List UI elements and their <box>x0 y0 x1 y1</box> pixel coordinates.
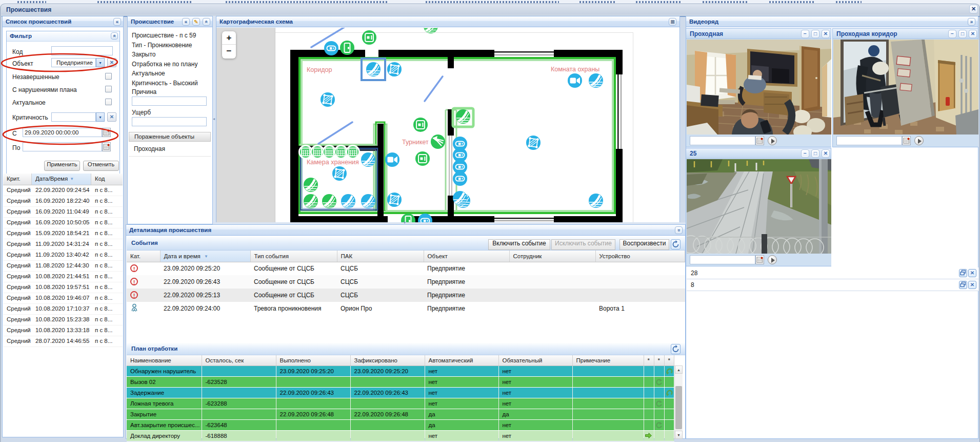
close-icon[interactable]: ✕ <box>969 5 978 13</box>
plan-row[interactable]: Авт.закрытие происшес...-623648данет <box>127 419 674 430</box>
map-device-zone-icon[interactable] <box>321 92 335 107</box>
scroll-thumb[interactable] <box>675 386 682 429</box>
events-col-header[interactable]: Сотрудник <box>509 251 595 262</box>
from-calendar-icon[interactable] <box>102 128 111 137</box>
plan-col-header[interactable]: Автоматический <box>425 355 498 366</box>
criticality-input[interactable] <box>51 112 96 122</box>
collapse-left-icon[interactable]: « <box>113 18 121 26</box>
plan-violation-checkbox[interactable] <box>105 86 112 92</box>
map-device-zone-icon[interactable] <box>332 166 347 181</box>
to-calendar-icon[interactable] <box>102 142 111 151</box>
camera2-play-icon[interactable] <box>914 136 924 145</box>
zoom-out-button[interactable]: − <box>222 45 236 58</box>
object-dropdown-icon[interactable]: ▼ <box>96 58 105 67</box>
plan-scrollbar[interactable]: ▲ ▼ <box>674 366 683 439</box>
map-device-keypad-icon[interactable] <box>335 146 348 159</box>
map-window-icon[interactable]: ▦ <box>669 18 676 26</box>
map-device-zone-icon[interactable] <box>526 136 541 150</box>
incident-row[interactable]: Средний10.08.2020 21:44:51п с 8... <box>3 272 123 282</box>
incident-row[interactable]: Средний10.08.2020 13:33:18п с 8... <box>3 325 123 336</box>
incident-row[interactable]: Средний10.08.2020 19:57:51п с 8... <box>3 282 123 293</box>
refresh-events-icon[interactable] <box>671 239 681 249</box>
incident-row[interactable]: Средний22.09.2020 09:24:54п с 8... <box>3 185 123 196</box>
camera2-video[interactable] <box>833 40 978 134</box>
map-device-toggle-icon[interactable] <box>324 41 338 55</box>
close-camera-icon[interactable]: ✕ <box>968 281 976 289</box>
map-device-striped-icon[interactable] <box>304 194 318 208</box>
plan-col-header[interactable]: Обязательный <box>498 355 572 366</box>
map-device-door-icon[interactable] <box>340 41 354 55</box>
collapse-up-icon[interactable]: « <box>203 18 210 26</box>
camera1-minimize-icon[interactable]: − <box>801 30 809 38</box>
collapsed-camera-row[interactable]: 8 ✕ <box>687 279 978 291</box>
col-code[interactable]: Код <box>91 174 123 185</box>
map-device-striped-icon[interactable] <box>589 194 603 208</box>
events-col-header[interactable]: Устройство <box>595 251 685 262</box>
plan-col-header[interactable]: Осталось, сек <box>202 355 276 366</box>
map-device-keypad-icon[interactable] <box>311 146 324 159</box>
incident-row[interactable]: Средний10.08.2020 17:10:37п с 8... <box>3 304 123 315</box>
plan-col-header[interactable]: Выполнено <box>276 355 350 366</box>
camera1-play-icon[interactable] <box>768 136 777 145</box>
map-device-reader-icon[interactable] <box>413 118 428 132</box>
plan-row[interactable]: Вызов 02-623528нетнет <box>127 376 674 387</box>
map-device-striped-icon[interactable] <box>341 194 355 208</box>
map-device-toggle-icon[interactable] <box>453 171 467 186</box>
event-row[interactable]: ! 22.09.2020 09:25:13 Сообщение от СЦСБ … <box>127 289 685 302</box>
map-device-keypad-icon[interactable] <box>323 146 336 159</box>
camera2-calendar-icon[interactable] <box>902 136 911 145</box>
scroll-up-icon[interactable]: ▲ <box>675 366 683 374</box>
map-device-turnstile-icon[interactable] <box>431 134 445 149</box>
events-col-header[interactable]: ПАК <box>337 251 424 262</box>
edit-icon[interactable]: ✎ <box>192 18 200 26</box>
plan-col-header[interactable]: * <box>664 355 674 366</box>
unfinished-checkbox[interactable] <box>105 73 112 80</box>
map-device-camera-icon[interactable] <box>568 73 582 88</box>
incident-row[interactable]: Средний11.09.2020 13:40:42п с 8... <box>3 250 123 261</box>
map-device-striped-icon[interactable] <box>304 178 318 192</box>
close-camera-icon[interactable]: ✕ <box>968 269 976 277</box>
expand-right-icon[interactable]: » <box>968 18 975 26</box>
plan-row[interactable]: Закрытие22.09.2020 09:26:4822.09.2020 09… <box>127 409 674 419</box>
criticality-clear-icon[interactable]: ✕ <box>107 112 116 122</box>
incident-row[interactable]: Средний15.09.2020 18:54:21п с 8... <box>3 228 123 239</box>
camera2-close-icon[interactable]: ✕ <box>969 30 977 38</box>
event-row[interactable]: ! 23.09.2020 09:25:20 Сообщение от СЦСБ … <box>127 262 685 275</box>
camera3-minimize-icon[interactable]: − <box>801 149 809 158</box>
plan-col-header[interactable]: * <box>654 355 664 366</box>
map-device-reader-icon[interactable] <box>415 151 430 166</box>
incident-row[interactable]: Средний10.08.2020 19:46:07п с 8... <box>3 293 123 304</box>
map-device-camera-icon[interactable] <box>385 152 399 167</box>
map-device-zone-icon[interactable] <box>387 193 402 207</box>
map-device-zone-icon[interactable] <box>387 62 402 76</box>
plan-row[interactable]: Задержание22.09.2020 09:26:4322.09.2020 … <box>127 387 674 398</box>
collapsed-camera-row[interactable]: 28 ✕ <box>687 267 978 279</box>
include-event-button[interactable]: Включить событие <box>488 239 550 250</box>
collapse-filter-icon[interactable]: « <box>111 32 118 40</box>
camera1-calendar-icon[interactable] <box>755 136 764 145</box>
plan-col-header[interactable]: * <box>644 355 654 366</box>
map-device-keypad-icon[interactable] <box>299 146 312 159</box>
camera1-video[interactable] <box>687 40 831 134</box>
camera1-time-input[interactable] <box>690 136 755 145</box>
camera3-calendar-icon[interactable] <box>755 255 764 264</box>
events-col-header[interactable]: Объект <box>424 251 509 262</box>
apply-button[interactable]: Применить <box>44 161 80 171</box>
collapse-info-icon[interactable]: « <box>182 18 190 26</box>
damage-input[interactable] <box>132 117 207 126</box>
events-col-header[interactable]: Дата и время ▼ <box>160 251 250 262</box>
camera1-close-icon[interactable]: ✕ <box>822 30 830 38</box>
incident-row[interactable]: Средний11.09.2020 14:31:24п с 8... <box>3 239 123 250</box>
cause-input[interactable] <box>132 97 207 106</box>
incident-row[interactable]: Средний11.08.2020 12:44:30п с 8... <box>3 261 123 272</box>
incident-row[interactable]: Средний16.09.2020 18:22:40п с 8... <box>3 196 123 207</box>
zoom-in-button[interactable]: + <box>222 31 236 45</box>
plan-col-header[interactable]: Зафиксировано <box>350 355 425 366</box>
camera3-time-input[interactable] <box>690 255 755 264</box>
col-datetime[interactable]: Дата/Время▼ <box>32 174 91 185</box>
collapse-down-icon[interactable]: « <box>675 226 683 234</box>
plan-row[interactable]: Доклад директору-618888нетнет <box>127 430 674 441</box>
camera3-maximize-icon[interactable]: □ <box>811 149 819 158</box>
affected-objects-header[interactable]: Пораженные объекты <box>129 132 211 142</box>
scroll-down-icon[interactable]: ▼ <box>675 431 683 439</box>
